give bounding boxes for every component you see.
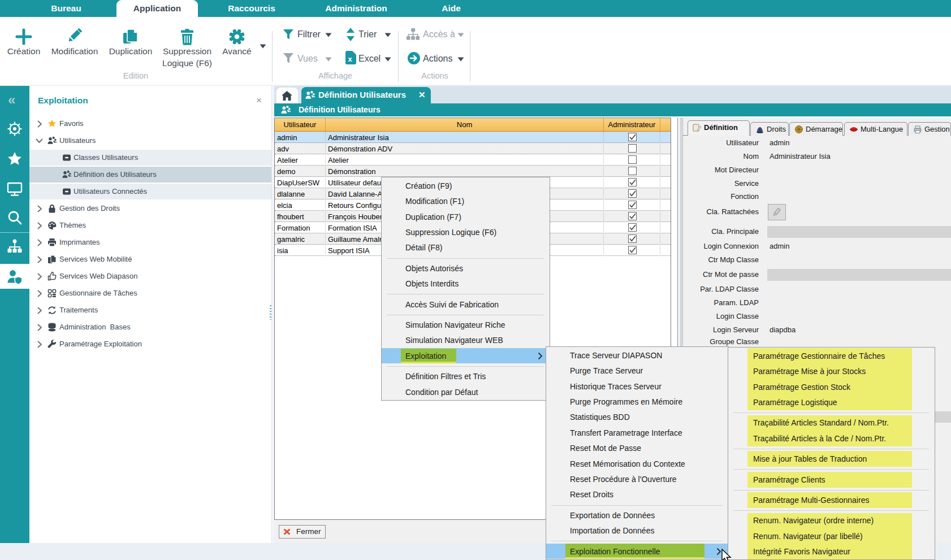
svg-text:x: x <box>348 55 352 63</box>
